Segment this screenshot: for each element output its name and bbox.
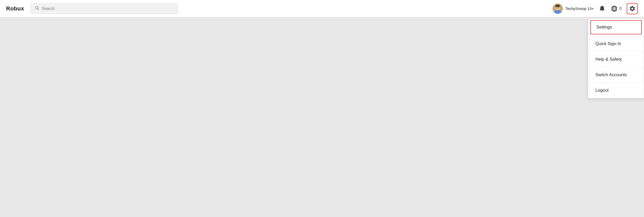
svg-line-1 — [38, 9, 39, 10]
settings-icon — [629, 5, 636, 12]
dropdown-menu: Settings Quick Sign In Help & Safety Swi… — [588, 18, 644, 98]
dropdown-item-quick-sign-in[interactable]: Quick Sign In — [588, 36, 644, 51]
search-input[interactable] — [42, 6, 174, 11]
nav-right: TechySnoop 13+ 0 — [553, 3, 638, 14]
search-bar[interactable] — [30, 3, 178, 14]
svg-point-8 — [558, 7, 559, 8]
navbar: Robux — [0, 0, 644, 17]
dropdown-item-settings[interactable]: Settings — [590, 20, 642, 34]
bell-button[interactable] — [599, 5, 606, 12]
settings-button[interactable] — [627, 3, 638, 14]
avatar — [553, 4, 563, 14]
robux-count: 0 — [619, 6, 622, 11]
user-info[interactable]: TechySnoop 13+ — [553, 4, 594, 14]
svg-point-7 — [556, 7, 557, 8]
main-content: Settings Quick Sign In Help & Safety Swi… — [0, 17, 644, 217]
dropdown-item-help-safety[interactable]: Help & Safety — [588, 52, 644, 67]
logo: Robux — [6, 5, 24, 12]
search-icon — [35, 6, 39, 11]
username-label: TechySnoop 13+ — [565, 6, 594, 11]
svg-rect-6 — [555, 6, 560, 7]
robux-button[interactable]: 0 — [611, 5, 622, 12]
dropdown-item-switch-accounts[interactable]: Switch Accounts — [588, 67, 644, 83]
dropdown-item-logout[interactable]: Logout — [588, 83, 644, 98]
robux-icon — [611, 5, 618, 12]
